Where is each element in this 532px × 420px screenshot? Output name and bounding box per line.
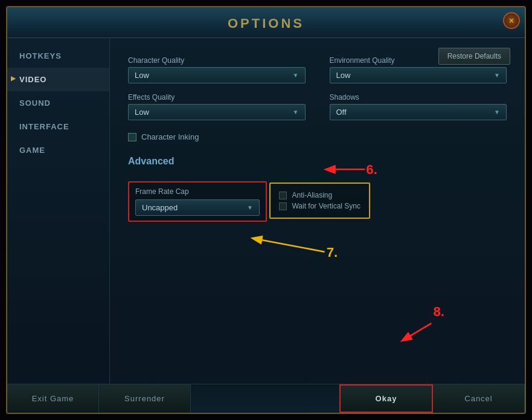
surrender-button[interactable]: Surrender: [99, 384, 191, 413]
environment-quality-value: Low: [336, 71, 351, 80]
sidebar-item-hotkeys[interactable]: HOTKEYS: [7, 44, 109, 68]
dialog-footer: Exit Game Surrender Okay Cancel: [7, 384, 525, 413]
character-quality-label: Character Quality: [128, 56, 306, 65]
anti-aliasing-row: Anti-Aliasing: [279, 191, 361, 199]
sidebar-item-video[interactable]: VIDEO: [7, 68, 109, 91]
cancel-button[interactable]: Cancel: [433, 384, 525, 413]
anti-aliasing-checkbox[interactable]: [279, 192, 287, 199]
character-inking-label: Character Inking: [141, 132, 199, 141]
character-quality-value: Low: [135, 71, 149, 80]
chevron-down-icon: ▼: [293, 72, 299, 79]
sidebar-item-interface[interactable]: INTERFACE: [7, 115, 109, 138]
main-content: Restore Defaults Character Quality Low ▼…: [110, 38, 525, 384]
dialog-body: HOTKEYS VIDEO SOUND INTERFACE GAME Resto…: [7, 38, 525, 384]
frame-rate-cap-dropdown[interactable]: Uncapped ▼: [135, 199, 260, 216]
svg-line-3: [253, 238, 324, 251]
vsync-row: Wait for Vertical Sync: [279, 202, 361, 210]
shadows-item: Shadows Off ▼: [330, 93, 507, 120]
character-quality-item: Character Quality Low ▼: [128, 56, 306, 83]
frame-rate-cap-label: Frame Rate Cap: [135, 187, 260, 196]
svg-text:7.: 7.: [327, 245, 338, 260]
anti-aliasing-label: Anti-Aliasing: [292, 191, 332, 199]
chevron-down-icon: ▼: [494, 109, 500, 115]
chevron-down-icon: ▼: [247, 204, 253, 211]
chevron-down-icon: ▼: [293, 109, 299, 115]
dialog-title: OPTIONS: [228, 16, 304, 31]
vsync-label: Wait for Vertical Sync: [292, 202, 361, 210]
sidebar-item-sound[interactable]: SOUND: [7, 91, 109, 115]
character-inking-checkbox[interactable]: [128, 133, 136, 141]
restore-defaults-button[interactable]: Restore Defaults: [438, 48, 510, 65]
effects-quality-label: Effects Quality: [128, 93, 306, 102]
vsync-checkbox[interactable]: [279, 202, 287, 210]
svg-line-5: [403, 323, 431, 340]
advanced-title: Advanced: [128, 156, 507, 167]
effects-quality-value: Low: [135, 108, 149, 117]
checkboxes-box: Anti-Aliasing Wait for Vertical Sync: [269, 183, 370, 219]
quality-grid: Character Quality Low ▼ Environment Qual…: [128, 56, 507, 120]
dialog: OPTIONS × HOTKEYS VIDEO SOUND INTERFACE: [6, 6, 526, 414]
shadows-value: Off: [336, 108, 347, 117]
character-inking-row: Character Inking: [128, 132, 507, 141]
sidebar-item-game[interactable]: GAME: [7, 138, 109, 162]
svg-text:8.: 8.: [433, 304, 444, 319]
shadows-label: Shadows: [330, 93, 507, 102]
effects-quality-dropdown[interactable]: Low ▼: [128, 104, 306, 120]
exit-game-button[interactable]: Exit Game: [7, 384, 99, 413]
frame-rate-cap-value: Uncapped: [142, 203, 178, 212]
chevron-down-icon: ▼: [494, 72, 500, 79]
sidebar: HOTKEYS VIDEO SOUND INTERFACE GAME: [7, 38, 110, 384]
shadows-dropdown[interactable]: Off ▼: [330, 104, 507, 120]
character-quality-dropdown[interactable]: Low ▼: [128, 67, 306, 83]
title-bar: OPTIONS ×: [7, 7, 525, 38]
okay-button[interactable]: Okay: [339, 384, 433, 413]
close-button[interactable]: ×: [503, 12, 520, 29]
effects-quality-item: Effects Quality Low ▼: [128, 93, 306, 120]
environment-quality-dropdown[interactable]: Low ▼: [330, 67, 507, 83]
overlay: OPTIONS × HOTKEYS VIDEO SOUND INTERFACE: [0, 0, 532, 420]
frame-rate-cap-box: Frame Rate Cap Uncapped ▼: [128, 181, 267, 222]
advanced-section: Advanced Frame Rate Cap Uncapped ▼: [128, 156, 507, 222]
